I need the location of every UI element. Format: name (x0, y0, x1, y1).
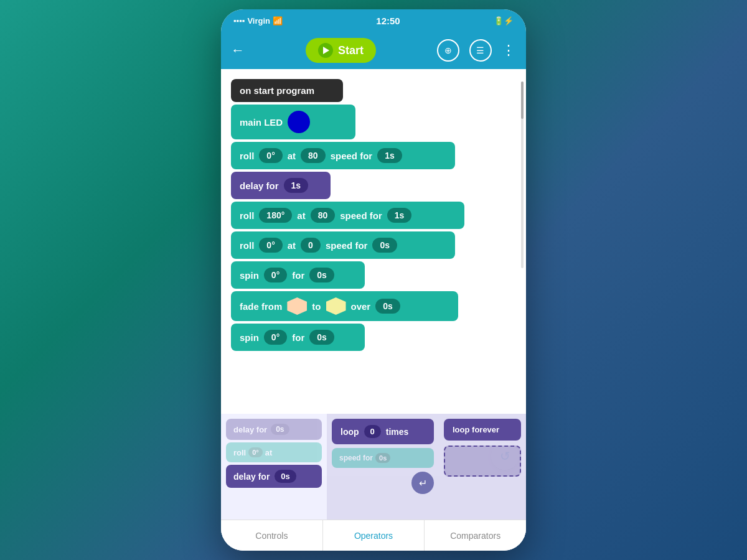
drawer-right-col: loop forever (439, 414, 526, 520)
roll-1-angle[interactable]: 0° (259, 148, 282, 163)
drawer-area: delay for 0s roll 0° at delay for 0s (221, 414, 526, 520)
scrollbar-track (521, 82, 524, 268)
roll-block-2[interactable]: roll 180° at 80 speed for 1s (231, 202, 464, 229)
roll-3-speed-for: speed for (326, 240, 368, 251)
roll-3-angle[interactable]: 0° (259, 238, 282, 253)
phone-frame: ▪▪▪▪ Virgin 📶 12:50 🔋⚡ ← Start ⊕ ☰ ⋮ (221, 9, 526, 551)
roll-2-time[interactable]: 1s (387, 208, 412, 223)
roll-3-time[interactable]: 0s (372, 238, 397, 253)
faded-speed-value: 0s (375, 453, 390, 463)
tab-comparators[interactable]: Comparators (425, 520, 526, 551)
status-right: 🔋⚡ (494, 16, 514, 26)
spin-1-for: for (292, 270, 304, 281)
content-area: on start program main LED roll 0° at 80 … (221, 69, 526, 551)
main-led-block[interactable]: main LED (231, 105, 355, 139)
spin-1-label: spin (240, 270, 259, 281)
nav-icons: ⊕ ☰ ⋮ (437, 39, 516, 62)
arrow-icon: ↵ (419, 477, 427, 489)
status-left: ▪▪▪▪ Virgin 📶 (233, 16, 283, 26)
delay-1-value[interactable]: 1s (284, 178, 309, 193)
fade-time[interactable]: 0s (375, 299, 400, 314)
faded-roll-label: roll (233, 448, 246, 457)
faded-roll-block: roll 0° at (226, 442, 322, 462)
roll-2-speed-for: speed for (340, 210, 382, 221)
roll-1-label: roll (240, 151, 254, 161)
carrier-name: Virgin (247, 16, 270, 26)
more-button[interactable]: ⋮ (502, 42, 516, 58)
on-start-label: on start program (240, 85, 314, 96)
battery-icon: 🔋⚡ (494, 16, 514, 26)
fade-label: fade from (240, 301, 282, 312)
start-label: Start (338, 44, 364, 57)
tab-bar: Controls Operators Comparators (221, 520, 526, 551)
fade-over: over (351, 301, 371, 312)
loop-forever-block[interactable]: loop forever (444, 419, 521, 441)
roll-2-at: at (297, 210, 305, 221)
roll-3-label: roll (240, 240, 254, 251)
aim-icon: ⊕ (444, 45, 452, 55)
tab-operators-label: Operators (354, 531, 393, 541)
wifi-icon: 📶 (273, 16, 283, 26)
signal-icon: ▪▪▪▪ (233, 16, 245, 26)
faded-speed-label: speed for (339, 454, 373, 462)
fade-to-color[interactable] (326, 297, 346, 315)
spin-2-angle[interactable]: 0° (264, 330, 287, 345)
faded-delay-top-value: 0s (271, 424, 289, 435)
spin-2-time[interactable]: 0s (309, 330, 334, 345)
roll-2-angle[interactable]: 180° (259, 208, 292, 223)
loop-forever-label: loop forever (453, 425, 499, 434)
nav-bar: ← Start ⊕ ☰ ⋮ (221, 32, 526, 69)
clock: 12:50 (376, 16, 400, 26)
loop-slot[interactable] (444, 446, 521, 477)
play-triangle-icon (323, 47, 329, 54)
loop-times-block[interactable]: loop 0 times (332, 419, 434, 444)
scrollbar-thumb[interactable] (521, 82, 524, 119)
active-delay-block[interactable]: delay for 0s (226, 465, 322, 488)
loop-times-label: times (386, 427, 409, 437)
main-led-label: main LED (240, 117, 283, 128)
fade-block[interactable]: fade from to over 0s (231, 291, 458, 321)
roll-2-speed[interactable]: 80 (311, 208, 336, 223)
drawer-left-col: delay for 0s roll 0° at delay for 0s (221, 414, 327, 520)
fade-to: to (312, 301, 321, 312)
tab-operators[interactable]: Operators (323, 520, 425, 551)
faded-roll-angle: 0° (248, 447, 263, 457)
roll-2-label: roll (240, 210, 254, 221)
spin-1-time[interactable]: 0s (309, 268, 334, 282)
faded-speed-block: speed for 0s (332, 448, 434, 468)
fade-from-color[interactable] (287, 297, 307, 315)
spin-block-2[interactable]: spin 0° for 0s (231, 324, 365, 351)
roll-block-3[interactable]: roll 0° at 0 speed for 0s (231, 231, 455, 259)
tab-controls[interactable]: Controls (221, 520, 323, 551)
spin-block-1[interactable]: spin 0° for 0s (231, 261, 365, 289)
roll-block-1[interactable]: roll 0° at 80 speed for 1s (231, 142, 455, 169)
play-icon (318, 43, 333, 58)
drawer-middle-col: loop 0 times speed for 0s ↵ (327, 414, 439, 520)
tab-comparators-label: Comparators (450, 531, 500, 541)
roll-1-at: at (288, 151, 296, 161)
faded-roll-at: at (265, 448, 273, 457)
tab-controls-label: Controls (255, 531, 288, 541)
back-button[interactable]: ← (231, 42, 245, 58)
led-color-swatch[interactable] (288, 111, 310, 133)
faded-delay-top: delay for 0s (226, 419, 322, 440)
active-delay-label: delay for (233, 472, 270, 482)
roll-1-time[interactable]: 1s (377, 148, 402, 163)
on-start-block[interactable]: on start program (231, 79, 343, 102)
arrow-button[interactable]: ↵ (411, 472, 434, 494)
roll-1-speed-for: speed for (331, 151, 373, 161)
aim-button[interactable]: ⊕ (437, 39, 459, 62)
faded-delay-top-label: delay for (233, 425, 267, 434)
delay-1-label: delay for (240, 180, 279, 191)
spin-2-label: spin (240, 332, 259, 343)
start-button[interactable]: Start (306, 38, 376, 63)
loop-value[interactable]: 0 (364, 425, 381, 438)
spin-1-angle[interactable]: 0° (264, 268, 287, 282)
status-bar: ▪▪▪▪ Virgin 📶 12:50 🔋⚡ (221, 9, 526, 32)
roll-1-speed[interactable]: 80 (301, 148, 326, 163)
roll-3-speed[interactable]: 0 (301, 238, 321, 253)
list-icon: ☰ (476, 45, 484, 55)
active-delay-value[interactable]: 0s (275, 470, 296, 483)
list-button[interactable]: ☰ (469, 39, 492, 62)
delay-block-1[interactable]: delay for 1s (231, 172, 331, 199)
